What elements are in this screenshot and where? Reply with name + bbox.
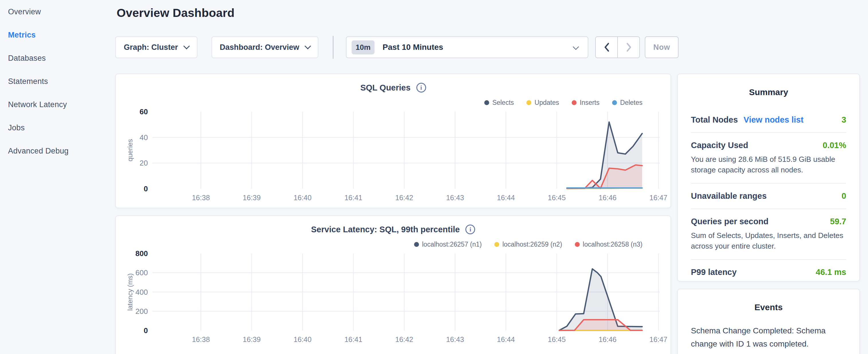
sql-queries-chart-card: SQL Queries i SelectsUpdatesInsertsDelet… — [115, 74, 671, 208]
now-button-label: Now — [653, 43, 670, 52]
sidebar-item-jobs[interactable]: Jobs — [0, 116, 115, 139]
service-latency-chart-card: Service Latency: SQL, 99th percentile i … — [115, 215, 671, 354]
sql-queries-plot: 16:3816:3916:4016:4116:4216:4316:4416:45… — [116, 74, 672, 209]
chevron-right-icon — [625, 42, 632, 53]
y-tick-label: 200 — [135, 307, 148, 316]
chevron-left-icon — [603, 42, 610, 53]
controls-divider — [333, 36, 334, 59]
summary-row-label: Unavailable ranges — [691, 191, 767, 200]
summary-row-value: 0.01% — [823, 141, 846, 150]
x-tick-label: 16:38 — [192, 335, 210, 344]
time-step-buttons — [595, 36, 640, 58]
sidebar-item-statements[interactable]: Statements — [0, 70, 115, 93]
x-tick-label: 16:41 — [344, 194, 363, 202]
y-tick-label: 20 — [140, 159, 148, 167]
x-tick-label: 16:44 — [497, 335, 515, 344]
chevron-down-icon — [573, 43, 579, 50]
graph-scope-dropdown[interactable]: Graph: Cluster — [115, 36, 197, 58]
x-tick-label: 16:40 — [294, 335, 312, 344]
y-axis-title: latency (ms) — [126, 273, 134, 311]
y-tick-label: 0 — [144, 185, 148, 193]
now-button[interactable]: Now — [645, 36, 679, 58]
x-tick-label: 16:46 — [599, 335, 617, 344]
x-tick-label: 16:39 — [243, 335, 261, 344]
x-tick-label: 16:46 — [599, 194, 617, 202]
time-range-dropdown[interactable]: 10m Past 10 Minutes — [346, 36, 588, 58]
x-tick-label: 16:40 — [294, 194, 312, 202]
summary-row-p99-latency: P99 latency 46.1 ms — [691, 260, 846, 285]
x-tick-label: 16:44 — [497, 194, 515, 202]
y-tick-label: 400 — [135, 288, 148, 296]
y-tick-label: 0 — [144, 326, 148, 335]
time-step-forward-button[interactable] — [617, 37, 639, 58]
summary-row-value: 3 — [842, 115, 846, 125]
y-axis-title: queries — [126, 139, 134, 162]
summary-row-description: You are using 28.6 MiB of 515.9 GiB usab… — [691, 154, 846, 175]
series-group — [567, 122, 642, 189]
overview-dashboard-page: { "sidebar": { "items": [ {"label": "Ove… — [0, 0, 868, 354]
summary-row-label: P99 latency — [691, 267, 737, 277]
summary-row-capacity-used: Capacity Used 0.01% You are using 28.6 M… — [691, 133, 846, 183]
sidebar-item-metrics[interactable]: Metrics — [0, 24, 115, 47]
x-tick-label: 16:47 — [649, 335, 668, 344]
x-tick-label: 16:39 — [243, 194, 261, 202]
y-tick-label: 40 — [140, 133, 148, 142]
dashboard-dropdown[interactable]: Dashboard: Overview — [212, 36, 318, 58]
graph-scope-dropdown-label: Graph: Cluster — [124, 43, 178, 52]
summary-row-value: 46.1 ms — [816, 267, 846, 277]
events-panel: Events Schema Change Completed: Schema c… — [677, 289, 860, 354]
y-tick-label: 60 — [140, 107, 148, 116]
gridlines — [152, 112, 660, 189]
summary-row-label: Queries per second — [691, 217, 769, 226]
summary-row-description: Sum of Selects, Updates, Inserts, and De… — [691, 230, 846, 252]
x-tick-label: 16:41 — [344, 335, 363, 344]
summary-row-unavailable-ranges: Unavailable ranges 0 — [691, 184, 846, 208]
x-tick-label: 16:43 — [446, 335, 464, 344]
summary-title: Summary — [691, 87, 846, 97]
series-group — [559, 269, 642, 330]
service-latency-plot: 16:3816:3916:4016:4116:4216:4316:4416:45… — [116, 216, 672, 354]
sidebar-item-databases[interactable]: Databases — [0, 47, 115, 70]
x-tick-label: 16:38 — [192, 194, 210, 202]
x-tick-label: 16:47 — [649, 194, 668, 202]
y-tick-label: 800 — [135, 249, 148, 258]
page-title: Overview Dashboard — [117, 6, 235, 20]
sidebar-item-advanced-debug[interactable]: Advanced Debug — [0, 139, 115, 163]
summary-row-label: Total Nodes — [691, 115, 738, 124]
event-message: Schema Change Completed: Schema change w… — [691, 324, 846, 351]
time-range-badge: 10m — [351, 40, 375, 55]
x-tick-label: 16:45 — [548, 194, 566, 202]
summary-panel: Summary Total NodesView nodes list 3 Cap… — [677, 74, 860, 282]
x-tick-label: 16:42 — [395, 335, 413, 344]
x-tick-label: 16:42 — [395, 194, 413, 202]
time-range-label: Past 10 Minutes — [382, 43, 443, 52]
sidebar-item-network-latency[interactable]: Network Latency — [0, 93, 115, 116]
summary-row-queries-per-second: Queries per second 59.7 Sum of Selects, … — [691, 209, 846, 259]
summary-row-value: 0 — [842, 191, 846, 201]
y-tick-label: 600 — [135, 268, 148, 277]
event-item[interactable]: Schema Change Completed: Schema change w… — [691, 324, 846, 354]
summary-row-value: 59.7 — [830, 217, 846, 226]
sidebar: Overview Metrics Databases Statements Ne… — [0, 0, 115, 163]
chevron-down-icon — [305, 43, 311, 50]
dashboard-dropdown-label: Dashboard: Overview — [220, 43, 300, 52]
time-step-back-button[interactable] — [596, 37, 617, 58]
sidebar-item-overview[interactable]: Overview — [0, 0, 115, 24]
x-tick-label: 16:43 — [446, 194, 464, 202]
summary-row-total-nodes: Total NodesView nodes list 3 — [691, 107, 846, 132]
x-tick-label: 16:45 — [548, 335, 566, 344]
chevron-down-icon — [183, 43, 190, 50]
event-timestamp: May 13, 2020 at 4:45 PM — [691, 353, 846, 354]
events-title: Events — [691, 302, 846, 312]
summary-row-label: Capacity Used — [691, 141, 748, 150]
view-nodes-list-link[interactable]: View nodes list — [744, 115, 804, 124]
